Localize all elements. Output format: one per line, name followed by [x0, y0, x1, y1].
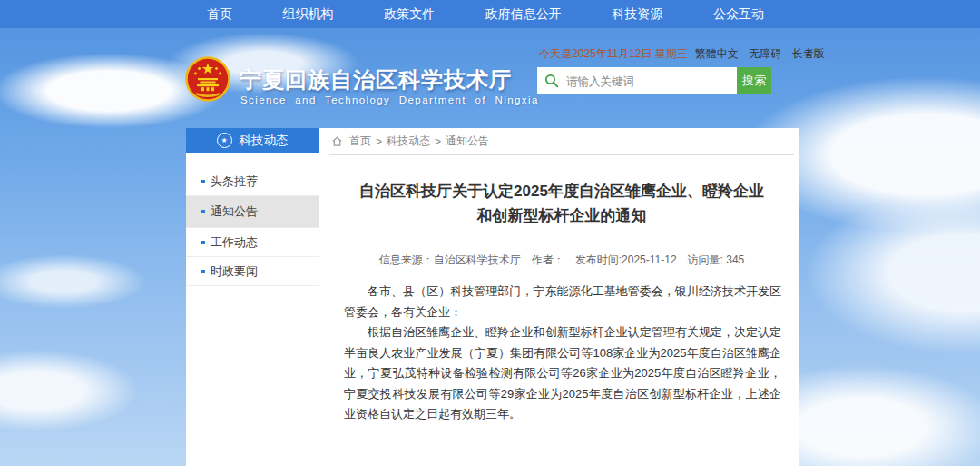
breadcrumb: 首页 > 科技动态 > 通知公告	[329, 128, 794, 155]
sidebar-item-work-trends[interactable]: 工作动态	[186, 228, 318, 257]
current-date-text: 今天是2025年11月12日 星期三	[539, 46, 688, 62]
search-bar: 搜索	[537, 67, 771, 94]
content-card: ★ 科技动态 头条推荐 通知公告 工作动态 时政要闻	[186, 128, 799, 466]
sidebar-item-political-news[interactable]: 时政要闻	[186, 257, 318, 286]
nav-item-resources[interactable]: 科技资源	[612, 6, 662, 23]
article-meta: 信息来源：自治区科学技术厅 作者： 发布时间:2025-11-12 访问量: 3…	[329, 253, 794, 268]
article-title: 自治区科技厅关于认定2025年度自治区雏鹰企业、瞪羚企业 和创新型标杆企业的通知	[329, 179, 794, 228]
breadcrumb-home[interactable]: 首页	[349, 134, 371, 149]
sidebar-item-label: 工作动态	[211, 234, 258, 251]
sidebar-item-headlines[interactable]: 头条推荐	[186, 167, 318, 196]
meta-views: 访问量: 345	[688, 253, 745, 268]
nav-item-interaction[interactable]: 公众互动	[713, 6, 764, 23]
sidebar-item-label: 通知公告	[211, 203, 258, 220]
sidebar-item-label: 时政要闻	[211, 263, 258, 280]
meta-publish-time: 发布时间:2025-11-12	[575, 253, 677, 268]
meta-author: 作者：	[532, 253, 564, 268]
home-icon	[331, 135, 343, 147]
star-circle-icon: ★	[217, 133, 232, 148]
meta-source: 信息来源：自治区科学技术厅	[379, 253, 521, 268]
sidebar-header: ★ 科技动态	[186, 128, 318, 153]
search-icon	[544, 74, 559, 88]
national-emblem-logo	[185, 56, 230, 102]
breadcrumb-current[interactable]: 通知公告	[446, 134, 489, 149]
top-nav-menu: 首页 组织机构 政策文件 政府信息公开 科技资源 公众互动	[207, 0, 764, 28]
article-paragraph: 根据自治区雏鹰企业、瞪羚企业和创新型标杆企业认定管理有关规定，决定认定半亩良人农…	[344, 322, 781, 425]
sidebar-item-label: 头条推荐	[211, 174, 258, 190]
bullet-dot-icon	[201, 180, 205, 183]
header-top-row: 今天是2025年11月12日 星期三 繁體中文 无障碍 长者版	[539, 46, 791, 62]
nav-item-gov-info[interactable]: 政府信息公开	[485, 6, 562, 23]
header-quick-links: 繁體中文 无障碍 长者版	[688, 46, 825, 62]
bullet-dot-icon	[201, 210, 205, 213]
breadcrumb-section[interactable]: 科技动态	[387, 134, 430, 149]
main-content: 首页 > 科技动态 > 通知公告 自治区科技厅关于认定2025年度自治区雏鹰企业…	[329, 128, 794, 466]
breadcrumb-separator: >	[376, 135, 382, 148]
search-button[interactable]: 搜索	[737, 67, 771, 94]
search-box	[537, 67, 737, 94]
site-title: 宁夏回族自治区科学技术厅	[240, 65, 512, 94]
article-title-line1: 自治区科技厅关于认定2025年度自治区雏鹰企业、瞪羚企业	[329, 179, 794, 203]
nav-item-home[interactable]: 首页	[207, 6, 232, 23]
bullet-dot-icon	[201, 241, 205, 244]
link-traditional-chinese[interactable]: 繁體中文	[695, 47, 739, 60]
link-elder-version[interactable]: 长者版	[792, 47, 825, 60]
article-title-line2: 和创新型标杆企业的通知	[329, 203, 794, 228]
article-body: 各市、县（区）科技管理部门，宁东能源化工基地管委会，银川经济技术开发区管委会，各…	[329, 282, 794, 425]
top-nav-bar: 首页 组织机构 政策文件 政府信息公开 科技资源 公众互动	[0, 0, 980, 28]
link-accessibility[interactable]: 无障碍	[749, 47, 781, 60]
site-subtitle-english: Science and Technology Department of Nin…	[240, 94, 539, 105]
article-paragraph: 各市、县（区）科技管理部门，宁东能源化工基地管委会，银川经济技术开发区管委会，各…	[344, 282, 781, 322]
nav-item-organization[interactable]: 组织机构	[283, 6, 334, 23]
sidebar-menu: 头条推荐 通知公告 工作动态 时政要闻	[186, 167, 318, 286]
nav-item-policy[interactable]: 政策文件	[384, 6, 435, 23]
page: 首页 组织机构 政策文件 政府信息公开 科技资源 公众互动 宁夏回族自治区科学技…	[0, 0, 980, 466]
breadcrumb-separator: >	[435, 135, 441, 148]
sidebar: ★ 科技动态 头条推荐 通知公告 工作动态 时政要闻	[186, 128, 318, 286]
sidebar-title: 科技动态	[240, 133, 289, 149]
bullet-dot-icon	[201, 270, 205, 273]
sidebar-item-notices[interactable]: 通知公告	[186, 196, 318, 228]
search-input[interactable]	[564, 67, 731, 96]
